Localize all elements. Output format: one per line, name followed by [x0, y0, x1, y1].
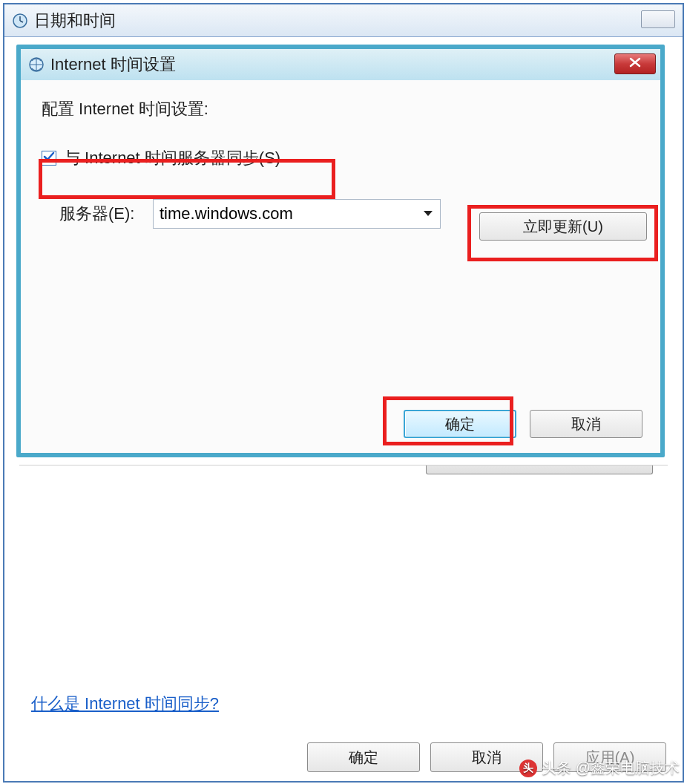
clock-icon: [12, 13, 28, 29]
dialog-footer: 确定 取消: [404, 410, 642, 438]
server-label: 服务器(E):: [59, 203, 153, 225]
watermark-logo-icon: 头: [519, 760, 537, 777]
internet-time-settings-dialog: Internet 时间设置 配置 Internet 时间设置: 与 Intern…: [16, 45, 665, 457]
dialog-body: 配置 Internet 时间设置: 与 Internet 时间服务器同步(S) …: [21, 80, 660, 453]
sync-checkbox[interactable]: [42, 151, 56, 166]
help-link-internet-time-sync[interactable]: 什么是 Internet 时间同步?: [31, 693, 219, 715]
dialog-cancel-button[interactable]: 取消: [530, 410, 642, 438]
dialog-titlebar: Internet 时间设置: [21, 49, 660, 80]
dialog-title: Internet 时间设置: [50, 53, 176, 76]
dialog-ok-button[interactable]: 确定: [404, 410, 516, 438]
parent-close-button[interactable]: [641, 10, 675, 28]
server-input[interactable]: [153, 199, 441, 229]
watermark-text: 头条 @鑫荣电脑技术: [542, 758, 680, 778]
sync-checkbox-label[interactable]: 与 Internet 时间服务器同步(S): [64, 147, 280, 169]
configure-label: 配置 Internet 时间设置:: [42, 98, 640, 120]
parent-window-title: 日期和时间: [34, 10, 116, 32]
sync-checkbox-row: 与 Internet 时间服务器同步(S): [42, 138, 640, 178]
parent-blank-area: [19, 485, 668, 693]
close-icon: [628, 57, 642, 71]
update-now-button[interactable]: 立即更新(U): [479, 212, 647, 241]
partially-hidden-button: [426, 466, 653, 474]
dialog-close-button[interactable]: [614, 53, 656, 74]
parent-body-divider: [19, 465, 668, 466]
clock-globe-icon: [28, 56, 45, 73]
server-dropdown[interactable]: [153, 199, 441, 229]
watermark: 头 头条 @鑫荣电脑技术: [519, 758, 680, 778]
checkmark-icon: [43, 151, 55, 166]
parent-titlebar: 日期和时间: [4, 4, 683, 37]
parent-ok-button[interactable]: 确定: [307, 742, 420, 772]
